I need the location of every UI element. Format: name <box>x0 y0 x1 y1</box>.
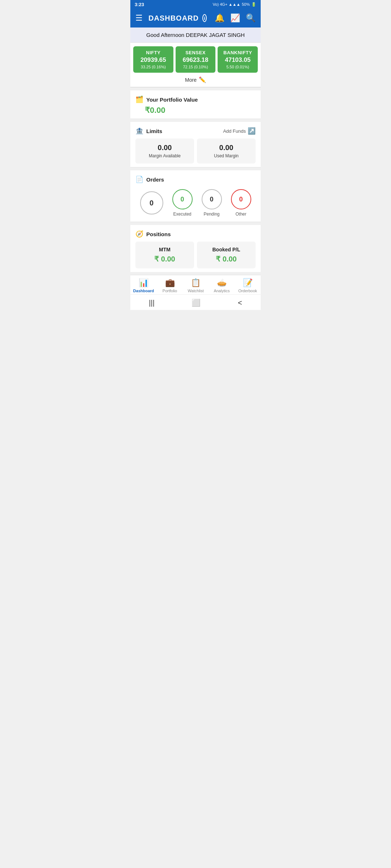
android-home-button[interactable]: ⬜ <box>192 298 201 307</box>
portfolio-nav-icon: 💼 <box>165 278 175 288</box>
mtm-card: MTM ₹ 0.00 <box>135 242 194 268</box>
banknifty-name: BANKNIFTY <box>220 50 256 55</box>
positions-cards: MTM ₹ 0.00 Booked P/L ₹ 0.00 <box>135 242 256 268</box>
app-title: DASHBOARD <box>148 14 199 22</box>
order-label-pending: Pending <box>203 212 219 217</box>
positions-section: 🧭 Positions MTM ₹ 0.00 Booked P/L ₹ 0.00 <box>130 225 261 272</box>
divider-2 <box>130 119 261 119</box>
nav-dashboard[interactable]: 📊 Dashboard <box>133 278 154 293</box>
limits-title: 🏦 Limits <box>135 127 162 135</box>
order-label-other: Other <box>235 212 246 217</box>
orderbook-nav-label: Orderbook <box>238 289 257 293</box>
portfolio-icon: 🗂️ <box>135 95 143 103</box>
orderbook-nav-icon: 📝 <box>243 278 253 288</box>
android-nav-bar: ||| ⬜ < <box>130 294 261 310</box>
order-circle-pending: 0 <box>202 189 222 209</box>
android-recents-button[interactable]: ||| <box>149 299 155 307</box>
battery-icon: 50% <box>242 2 250 7</box>
edit-icon[interactable]: ✏️ <box>199 76 206 83</box>
nav-orderbook[interactable]: 📝 Orderbook <box>237 278 258 293</box>
limits-section: 🏦 Limits Add Funds ↗️ 0.00 Margin Availa… <box>130 122 261 167</box>
order-item-other[interactable]: 0 Other <box>231 189 251 217</box>
dashboard-nav-icon: 📊 <box>139 278 148 288</box>
limits-icon: 🏦 <box>135 127 143 135</box>
watchlist-nav-label: Watchlist <box>188 289 204 293</box>
margin-available-value: 0.00 <box>139 144 190 152</box>
dashboard-nav-label: Dashboard <box>133 289 154 293</box>
portfolio-section: 🗂️ Your Portfolio Value ₹0.00 <box>130 90 261 119</box>
analytics-nav-label: Analytics <box>214 289 230 293</box>
portfolio-value: ₹0.00 <box>145 106 256 115</box>
portfolio-nav-label: Portfolio <box>163 289 177 293</box>
order-circle-executed: 0 <box>172 189 193 209</box>
order-item-pending[interactable]: 0 Pending <box>202 189 222 217</box>
booked-pl-label: Booked P/L <box>201 247 252 252</box>
limits-cards: 0.00 Margin Available 0.00 Used Margin <box>135 139 256 163</box>
margin-available-card: 0.00 Margin Available <box>135 139 194 163</box>
sensex-name: SENSEX <box>178 50 214 55</box>
nifty-value: 20939.65 <box>135 56 171 64</box>
market-card-sensex[interactable]: SENSEX 69623.18 72.15 (0.10%) <box>176 46 216 73</box>
positions-title: 🧭 Positions <box>135 230 256 238</box>
nifty-change: 33.25 (0.16%) <box>135 65 171 69</box>
used-margin-card: 0.00 Used Margin <box>197 139 256 163</box>
banknifty-change: 5.50 (0.01%) <box>220 65 256 69</box>
order-circle-other: 0 <box>231 189 251 209</box>
sensex-value: 69623.18 <box>178 56 214 64</box>
used-margin-value: 0.00 <box>201 144 252 152</box>
app-bar: ☰ DASHBOARD i 🔔 📈 🔍 <box>130 9 261 27</box>
order-label-executed: Executed <box>173 212 191 217</box>
orders-title: 📄 Orders <box>135 175 256 183</box>
nav-analytics[interactable]: 🥧 Analytics <box>211 278 232 293</box>
banknifty-value: 47103.05 <box>220 56 256 64</box>
sensex-change: 72.15 (0.10%) <box>178 65 214 69</box>
orders-icon: 📄 <box>135 175 143 183</box>
mtm-label: MTM <box>139 247 190 252</box>
watchlist-nav-icon: 📋 <box>191 278 201 288</box>
order-circle-all: 0 <box>140 191 163 214</box>
status-bar: 3:23 Vo) 4G+ ▲▲▲ 50% 🔋 <box>130 0 261 9</box>
market-cards-container: NIFTY 20939.65 33.25 (0.16%) SENSEX 6962… <box>130 43 261 74</box>
menu-icon[interactable]: ☰ <box>135 13 143 23</box>
divider-4 <box>130 222 261 222</box>
search-icon[interactable]: 🔍 <box>246 13 256 23</box>
notification-icon[interactable]: 🔔 <box>215 13 224 23</box>
more-label[interactable]: More <box>185 77 197 83</box>
trending-icon[interactable]: 📈 <box>230 13 240 23</box>
bottom-nav: 📊 Dashboard 💼 Portfolio 📋 Watchlist 🥧 An… <box>130 275 261 294</box>
booked-pl-card: Booked P/L ₹ 0.00 <box>197 242 256 268</box>
positions-icon: 🧭 <box>135 230 143 238</box>
divider-1 <box>130 87 261 88</box>
greeting-text: Good Afternoon DEEPAK JAGAT SINGH <box>130 27 261 43</box>
status-time: 3:23 <box>135 2 144 7</box>
more-row: More ✏️ <box>130 74 261 87</box>
nifty-name: NIFTY <box>135 50 171 55</box>
add-funds-icon: ↗️ <box>248 127 256 135</box>
signal-icon: Vo) 4G+ ▲▲▲ <box>213 2 240 7</box>
order-item-executed[interactable]: 0 Executed <box>172 189 193 217</box>
nav-portfolio[interactable]: 💼 Portfolio <box>160 278 180 293</box>
market-card-nifty[interactable]: NIFTY 20939.65 33.25 (0.16%) <box>133 46 173 73</box>
mtm-value: ₹ 0.00 <box>139 255 190 263</box>
market-card-banknifty[interactable]: BANKNIFTY 47103.05 5.50 (0.01%) <box>218 46 258 73</box>
margin-available-label: Margin Available <box>139 153 190 158</box>
battery-shape: 🔋 <box>251 2 256 7</box>
used-margin-label: Used Margin <box>201 153 252 158</box>
info-icon[interactable]: i <box>202 14 207 22</box>
order-item-all[interactable]: 0 <box>140 191 163 214</box>
orders-section: 📄 Orders 0 0 Executed 0 Pending 0 Other <box>130 170 261 222</box>
nav-watchlist[interactable]: 📋 Watchlist <box>186 278 206 293</box>
status-icons: Vo) 4G+ ▲▲▲ 50% 🔋 <box>213 2 256 7</box>
orders-circles: 0 0 Executed 0 Pending 0 Other <box>135 186 256 218</box>
analytics-nav-icon: 🥧 <box>217 278 227 288</box>
portfolio-title: 🗂️ Your Portfolio Value <box>135 95 256 103</box>
add-funds-button[interactable]: Add Funds ↗️ <box>223 127 256 135</box>
booked-pl-value: ₹ 0.00 <box>201 255 252 263</box>
divider-3 <box>130 167 261 167</box>
limits-header: 🏦 Limits Add Funds ↗️ <box>135 127 256 135</box>
android-back-button[interactable]: < <box>238 299 242 307</box>
